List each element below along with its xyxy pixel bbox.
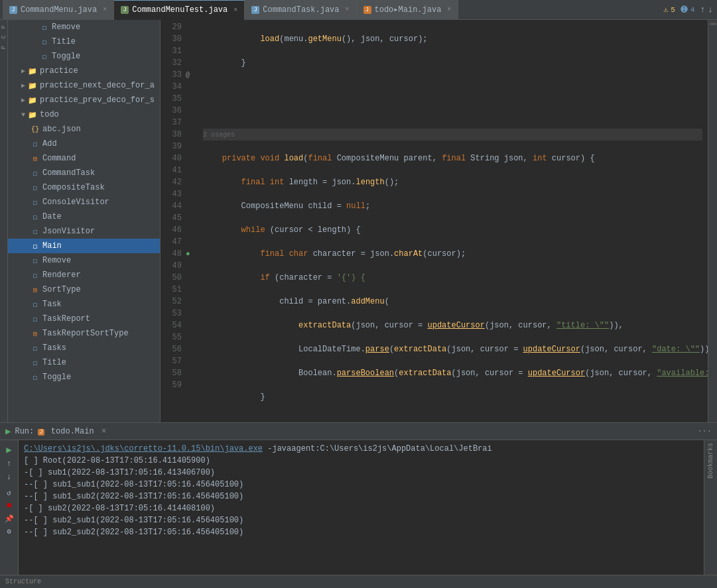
- sidebar-item-sort-type[interactable]: ⊞ SortType: [8, 282, 160, 297]
- scroll-down-icon[interactable]: ↓: [708, 5, 713, 15]
- tab-command-task[interactable]: J CommandTask.java ×: [245, 0, 356, 20]
- pull-requests-icon[interactable]: P: [1, 46, 7, 49]
- bookmarks-panel: Bookmarks: [704, 440, 717, 575]
- scroll-down-button[interactable]: ↓: [7, 473, 11, 482]
- java-exe-link[interactable]: C:\Users\is2js\.jdks\corretto-11.0.15\bi…: [24, 444, 263, 453]
- close-icon[interactable]: ×: [346, 6, 350, 13]
- sidebar-item-tasks[interactable]: ◻ Tasks: [8, 341, 160, 355]
- process-label: todo.Main: [51, 427, 94, 436]
- tab-label: CommandTask.java: [263, 5, 339, 15]
- sidebar-item-practice-next[interactable]: ▶ 📁 practice_next_deco_for_a: [8, 78, 160, 93]
- class-icon: ◻: [31, 314, 40, 323]
- sidebar-item-abc-json[interactable]: {} abc.json: [8, 122, 160, 137]
- folder-icon: 📁: [28, 66, 37, 76]
- sidebar-item-add[interactable]: ◻ Add: [8, 137, 160, 151]
- scroll-thumb[interactable]: [710, 23, 716, 25]
- bottom-content-area: ▶ ↑ ↓ ↺ ■ 📌 ⚙ C:\Users\is2js\.jdks\corre…: [0, 440, 717, 575]
- close-icon[interactable]: ×: [447, 6, 451, 13]
- close-icon[interactable]: ×: [233, 7, 237, 14]
- right-scrollbar[interactable]: [708, 20, 717, 422]
- sidebar-item-title[interactable]: ◻ Title: [8, 34, 160, 49]
- tab-command-menu[interactable]: J CommandMenu.java ×: [3, 0, 114, 20]
- code-editor[interactable]: load(menu.getMenu(), json, cursor); } 2 …: [198, 20, 708, 422]
- sidebar-item-task-report-sort-type[interactable]: ⊞ TaskReportSortType: [8, 326, 160, 341]
- bookmarks-label[interactable]: Bookmarks: [707, 443, 714, 479]
- sidebar-item-todo[interactable]: ▼ 📁 todo: [8, 107, 160, 122]
- commit-icon[interactable]: C: [1, 35, 7, 38]
- sidebar-item-toggle2[interactable]: ◻ Toggle: [8, 370, 160, 384]
- sidebar-label: JsonVisitor: [42, 227, 95, 236]
- process-tab[interactable]: J todo.Main ×: [38, 427, 106, 436]
- output-line: -[ ] sub2(2022-08-13T17:05:16.414408100): [24, 502, 698, 514]
- sidebar-item-console-visitor[interactable]: ◻ ConsoleVisitor: [8, 195, 160, 209]
- class-icon: ◻: [31, 139, 40, 148]
- class-icon: ◻: [40, 52, 49, 61]
- sidebar-item-title2[interactable]: ◻ Title: [8, 355, 160, 370]
- close-icon[interactable]: ×: [103, 6, 107, 13]
- sidebar-item-renderer[interactable]: ◻ Renderer: [8, 268, 160, 282]
- scroll-up-icon[interactable]: ↑: [700, 5, 705, 15]
- bottom-panel: ▶ Run: J todo.Main × ··· ▶ ↑ ↓ ↺ ■ 📌: [0, 422, 717, 575]
- tab-command-menu-test[interactable]: J CommandMenuTest.java ×: [114, 0, 245, 20]
- output-line: -[ ] sub1(2022-08-13T17:05:16.413406700): [24, 467, 698, 479]
- settings-button[interactable]: ⚙: [7, 527, 11, 536]
- run-label: Run:: [15, 427, 34, 436]
- sidebar-item-remove2[interactable]: ◻ Remove: [8, 253, 160, 268]
- output-line: --[ ] sub1_sub2(2022-08-13T17:05:16.4564…: [24, 491, 698, 502]
- sidebar-label: practice_next_deco_for_a: [40, 81, 155, 90]
- class-icon: ◻: [31, 227, 40, 236]
- console-output[interactable]: C:\Users\is2js\.jdks\corretto-11.0.15\bi…: [19, 440, 704, 575]
- info-count: 4: [690, 6, 695, 14]
- chevron-down-icon: ▼: [21, 111, 25, 119]
- sidebar-item-date[interactable]: ◻ Date: [8, 209, 160, 224]
- sidebar-label: Add: [42, 139, 57, 148]
- class-icon: ◻: [31, 270, 40, 280]
- sidebar-item-command-task[interactable]: ◻ CommandTask: [8, 166, 160, 180]
- sidebar-item-main[interactable]: ◻ Main: [8, 239, 160, 253]
- project-icon[interactable]: P: [1, 25, 7, 29]
- output-line: C:\Users\is2js\.jdks\corretto-11.0.15\bi…: [24, 443, 698, 455]
- sidebar-label: Date: [42, 212, 62, 221]
- sidebar-item-practice-prev[interactable]: ▶ 📁 practice_prev_deco_for_s: [8, 93, 160, 107]
- class-icon: ◻: [31, 358, 40, 367]
- warning-count: 5: [671, 6, 675, 14]
- sidebar-item-task[interactable]: ◻ Task: [8, 297, 160, 312]
- sidebar-label: Tasks: [42, 343, 66, 353]
- run-button[interactable]: ▶: [5, 426, 11, 437]
- process-close-icon[interactable]: ×: [101, 427, 106, 436]
- tab-bar: J CommandMenu.java × J CommandMenuTest.j…: [0, 0, 717, 20]
- sidebar-item-command[interactable]: ⊞ Command: [8, 151, 160, 166]
- sidebar: ◻ Remove ◻ Title ◻ Toggle ▶ 📁 practice ▶…: [8, 20, 161, 422]
- run-controls: ▶ Run: J todo.Main ×: [5, 426, 106, 437]
- stop-button[interactable]: ■: [7, 501, 11, 510]
- sidebar-label: Title: [42, 358, 66, 367]
- scroll-up-button[interactable]: ↑: [7, 459, 11, 469]
- chevron-right-icon: ▶: [21, 82, 25, 89]
- more-options-button[interactable]: ···: [697, 427, 712, 436]
- sidebar-label: ConsoleVisitor: [42, 198, 109, 207]
- sidebar-item-composite-task[interactable]: ◻ CompositeTask: [8, 180, 160, 195]
- sidebar-item-toggle[interactable]: ◻ Toggle: [8, 49, 160, 64]
- play-button[interactable]: ▶: [6, 444, 11, 455]
- sidebar-item-practice[interactable]: ▶ 📁 practice: [8, 64, 160, 78]
- sidebar-label: todo: [40, 110, 59, 119]
- tab-bar-right: ⚠ 5 🅘 4 ↑ ↓: [664, 5, 717, 15]
- class-icon: ◻: [31, 343, 40, 353]
- sidebar-label: Main: [42, 241, 62, 251]
- java-icon: J: [363, 6, 371, 14]
- sidebar-item-remove[interactable]: ◻ Remove: [8, 20, 160, 34]
- sidebar-item-json-visitor[interactable]: ◻ JsonVisitor: [8, 224, 160, 239]
- output-line: --[ ] sub2_sub1(2022-08-13T17:05:16.4564…: [24, 514, 698, 526]
- sidebar-label: abc.json: [42, 125, 81, 134]
- class-icon: ◻: [31, 183, 40, 192]
- tab-todo-main[interactable]: J todo▸Main.java ×: [357, 0, 459, 20]
- pin-button[interactable]: 📌: [5, 514, 14, 523]
- sidebar-label: practice_prev_deco_for_s: [40, 95, 155, 105]
- sidebar-item-task-report[interactable]: ◻ TaskReport: [8, 312, 160, 326]
- line-numbers: 29 30 31 32 33 34 35 36 37 38 39 40 41 4…: [161, 20, 186, 422]
- class-icon: ◻: [31, 168, 40, 178]
- rerun-button[interactable]: ↺: [7, 489, 11, 497]
- sidebar-label: CompositeTask: [42, 183, 105, 192]
- structure-label[interactable]: Structure: [5, 578, 41, 585]
- sidebar-label: Task: [42, 300, 62, 309]
